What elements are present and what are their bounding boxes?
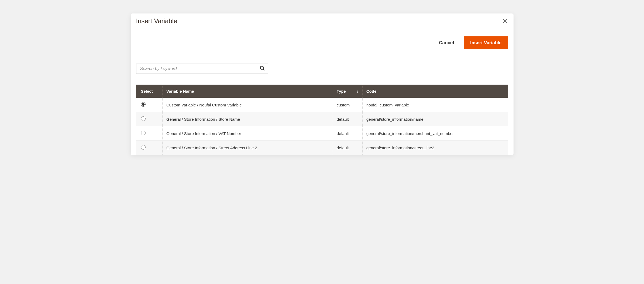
col-header-label: Code [366,89,377,93]
cell-variable-name: General / Store Information / Street Add… [163,141,333,155]
table-row[interactable]: General / Store Information / Store Name… [136,112,508,126]
cell-code: general/store_information/merchant_vat_n… [363,126,508,141]
modal-header: Insert Variable [131,13,514,30]
table-header-row: Select Variable Name Type ↓ Code [136,85,508,98]
cell-type: default [333,141,363,155]
col-header-label: Select [141,89,153,93]
col-header-code[interactable]: Code [363,85,508,98]
row-radio[interactable] [141,131,146,135]
content-area: Select Variable Name Type ↓ Code [131,56,514,155]
sort-arrow-icon: ↓ [357,89,359,93]
col-header-label: Type [337,89,346,93]
row-radio[interactable] [141,102,146,107]
cell-select [136,141,163,155]
col-header-select[interactable]: Select [136,85,163,98]
modal-title: Insert Variable [136,17,177,25]
insert-variable-modal: Insert Variable Cancel Insert Variable [131,13,514,155]
cell-code: general/store_information/name [363,112,508,126]
row-radio[interactable] [141,116,146,121]
col-header-name[interactable]: Variable Name [163,85,333,98]
cell-select [136,126,163,141]
table-row[interactable]: General / Store Information / VAT Number… [136,126,508,141]
search-wrap [136,64,268,74]
actions-bar: Cancel Insert Variable [131,30,514,56]
cell-select [136,112,163,126]
cell-variable-name: General / Store Information / VAT Number [163,126,333,141]
cell-type: default [333,126,363,141]
cell-code: general/store_information/street_line2 [363,141,508,155]
table-row[interactable]: General / Store Information / Street Add… [136,141,508,155]
col-header-type[interactable]: Type ↓ [333,85,363,98]
table-row[interactable]: Custom Variable / Noufal Custom Variable… [136,98,508,112]
cell-type: default [333,112,363,126]
col-header-label: Variable Name [166,89,194,93]
variables-table: Select Variable Name Type ↓ Code [136,85,508,155]
cell-variable-name: Custom Variable / Noufal Custom Variable [163,98,333,112]
insert-variable-button[interactable]: Insert Variable [464,36,508,49]
cancel-button[interactable]: Cancel [439,40,454,46]
search-input[interactable] [136,64,268,74]
cell-type: custom [333,98,363,112]
cell-variable-name: General / Store Information / Store Name [163,112,333,126]
cell-select [136,98,163,112]
row-radio[interactable] [141,145,146,150]
close-icon[interactable] [502,18,508,24]
cell-code: noufal_custom_variable [363,98,508,112]
